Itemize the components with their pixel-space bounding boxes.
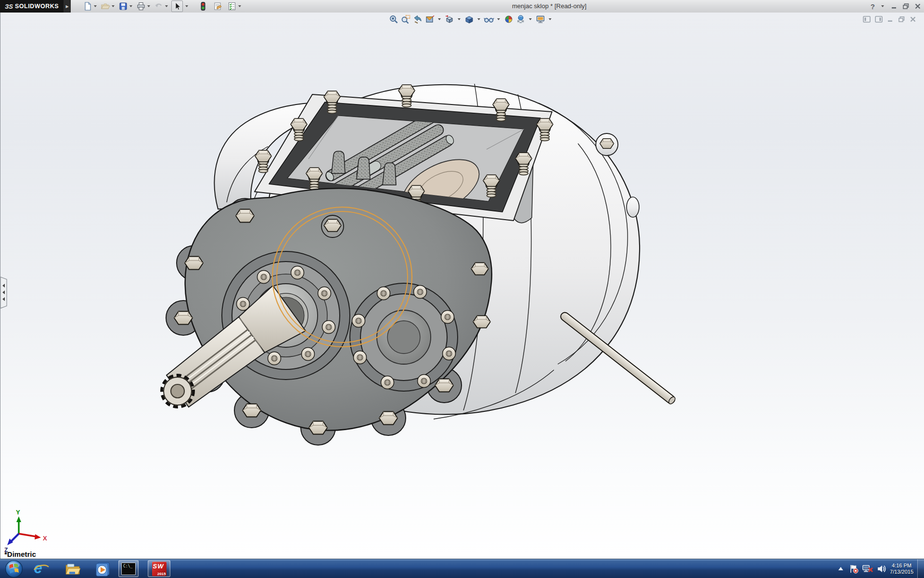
action-center-icon[interactable] [848, 564, 859, 574]
sw-year: 2015 [157, 572, 166, 576]
triad-x-label: X [43, 535, 47, 542]
save-icon [118, 1, 128, 11]
dropdown-arrow[interactable] [497, 18, 500, 20]
zoom-to-fit-button[interactable] [388, 14, 399, 25]
sw-letters: SW [153, 563, 164, 570]
display-style-icon [464, 14, 474, 24]
restore-button[interactable] [902, 3, 910, 10]
hide-show-items-icon [484, 14, 494, 24]
zoom-to-fit-icon [389, 14, 398, 24]
window-title: menjac sklop * [Read-only] [512, 0, 587, 13]
windows-start-icon [5, 560, 23, 578]
system-tray: 4:16 PM 7/13/2015 [837, 559, 924, 578]
dropdown-arrow[interactable] [147, 5, 150, 7]
show-desktop-button[interactable] [917, 559, 924, 578]
help-dropdown-arrow[interactable] [881, 5, 884, 7]
view-settings-button[interactable] [535, 14, 546, 25]
select-cursor-icon [172, 1, 182, 11]
rebuild-traffic-light-icon [198, 1, 208, 11]
section-view-icon [425, 14, 435, 24]
taskbar-clock[interactable]: 4:16 PM 7/13/2015 [890, 563, 913, 575]
undo-icon [154, 1, 164, 11]
feature-pane-splitter-tab[interactable] [0, 277, 7, 308]
command-prompt-icon: C:\_ [121, 563, 136, 575]
hide-show-items-button[interactable] [484, 14, 494, 25]
select-button[interactable] [171, 0, 183, 12]
view-orientation-label: *Dimetric [4, 550, 36, 558]
edit-appearance-icon [504, 14, 513, 24]
rebuild-button[interactable] [198, 1, 208, 12]
main-toolbar [82, 0, 244, 12]
view-orientation-button[interactable] [444, 14, 455, 25]
save-button[interactable] [118, 1, 135, 12]
open-button[interactable] [100, 1, 117, 12]
open-icon [101, 1, 110, 11]
pane-toggle-left-icon[interactable] [863, 16, 871, 23]
dropdown-arrow[interactable] [129, 5, 132, 7]
volume-icon[interactable] [876, 564, 887, 574]
view-settings-icon [536, 14, 545, 24]
apply-scene-button[interactable] [515, 14, 526, 25]
heads-up-view-toolbar [388, 14, 553, 25]
reference-triad: Y X Z [4, 509, 47, 553]
title-bar: ЗS SOLIDWORKS ▶ [0, 0, 924, 13]
clock-date: 7/13/2015 [890, 569, 913, 575]
restore-document-button[interactable] [898, 16, 905, 23]
options-button[interactable] [227, 1, 244, 12]
close-document-button[interactable] [910, 16, 916, 23]
taskbar-item-media-player[interactable] [91, 560, 114, 577]
minimize-button[interactable] [891, 3, 898, 10]
dropdown-arrow[interactable] [165, 5, 168, 7]
dropdown-arrow[interactable] [238, 5, 241, 7]
dropdown-arrow[interactable] [94, 5, 97, 7]
dropdown-arrow[interactable] [185, 5, 188, 7]
new-document-icon [83, 1, 92, 11]
dropdown-arrow[interactable] [477, 18, 480, 20]
dropdown-arrow[interactable] [438, 18, 441, 20]
show-hidden-icons-button[interactable] [837, 566, 845, 572]
clock-time: 4:16 PM [890, 563, 913, 569]
media-player-icon [95, 561, 111, 577]
document-window-controls [863, 16, 916, 23]
model-canvas[interactable]: Y X Z [0, 13, 924, 559]
file-properties-button[interactable] [212, 1, 223, 12]
print-button[interactable] [136, 1, 153, 12]
taskbar-item-command-prompt[interactable]: C:\_ [118, 560, 139, 577]
print-icon [136, 1, 146, 11]
taskbar-item-internet-explorer[interactable]: e [30, 560, 53, 577]
taskbar-item-file-explorer[interactable] [61, 560, 84, 577]
options-icon [227, 1, 237, 11]
dropdown-arrow[interactable] [549, 18, 552, 20]
apply-scene-icon [516, 14, 526, 24]
solidworks-logo: ЗS SOLIDWORKS [0, 0, 64, 13]
file-properties-icon [213, 1, 222, 11]
taskbar: e C:\_ SW 2015 [0, 559, 924, 578]
undo-button[interactable] [154, 1, 170, 12]
brand-name: SOLIDWORKS [15, 3, 59, 10]
help-button[interactable]: ? [871, 2, 875, 11]
dropdown-arrow[interactable] [112, 5, 115, 7]
dropdown-arrow[interactable] [529, 18, 532, 20]
new-document-button[interactable] [82, 1, 99, 12]
triad-y-label: Y [16, 509, 20, 516]
minimize-document-button[interactable] [887, 16, 894, 23]
close-button[interactable] [914, 3, 921, 10]
network-error-icon[interactable] [862, 564, 873, 574]
view-orientation-icon [445, 14, 454, 24]
display-style-button[interactable] [464, 14, 475, 25]
pane-toggle-right-icon[interactable] [875, 16, 883, 23]
previous-view-button[interactable] [412, 14, 423, 25]
taskbar-item-solidworks[interactable]: SW 2015 [148, 560, 170, 577]
graphics-viewport[interactable]: Y X Z [0, 13, 924, 559]
dropdown-arrow[interactable] [458, 18, 461, 20]
section-view-button[interactable] [424, 14, 435, 25]
edit-appearance-button[interactable] [503, 14, 514, 25]
previous-view-icon [413, 14, 423, 24]
zoom-to-area-icon [401, 14, 411, 24]
menu-expand-tab[interactable]: ▶ [64, 0, 71, 13]
file-explorer-icon [65, 562, 80, 576]
zoom-to-area-button[interactable] [400, 14, 411, 25]
ds-logo-mark: ЗS [5, 3, 13, 10]
start-button[interactable] [3, 560, 25, 577]
ie-ring [33, 563, 50, 572]
